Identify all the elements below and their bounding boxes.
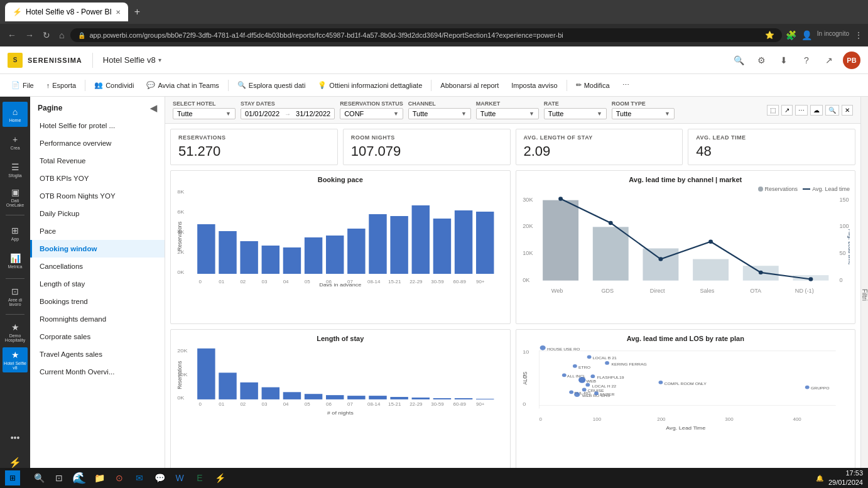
user-avatar[interactable]: PB	[843, 52, 860, 69]
file-menu[interactable]: 📄 File	[6, 79, 39, 92]
share-external-icon[interactable]: ↗	[820, 52, 838, 69]
filter-room-control[interactable]: Tutte ▼	[612, 108, 675, 119]
taskbar-edge[interactable]: 🌊	[70, 469, 88, 487]
svg-text:LOCAL B 21: LOCAL B 21	[592, 356, 617, 360]
svg-text:30-59: 30-59	[431, 279, 443, 284]
chart-toolbar-btn-3[interactable]: ⋯	[795, 105, 808, 116]
booking-pace-chart: Booking pace 8K 6K 4K 2K 0K	[170, 170, 511, 324]
kpi-avg-los: Avg. length of stay 2.09	[516, 129, 683, 165]
account-icon[interactable]: 👤	[801, 30, 812, 40]
nav-home[interactable]: ⌂ Home	[3, 102, 28, 127]
page-item-9[interactable]: Length of stay	[30, 275, 165, 293]
nav-workspace[interactable]: ⊡ Aree di lavoro	[3, 284, 28, 309]
page-item-1[interactable]: Performance overview	[30, 134, 165, 152]
page-item-4[interactable]: OTB Room Nights YOY	[30, 187, 165, 205]
chart-toolbar-btn-2[interactable]: ↗	[781, 105, 793, 116]
nav-metrics[interactable]: 📊 Metrica	[3, 248, 28, 273]
filter-market-control[interactable]: Tutte ▼	[476, 108, 539, 119]
svg-point-133	[805, 386, 809, 389]
browser-tab-close[interactable]: ✕	[116, 9, 121, 16]
insights-button[interactable]: 💡 Ottieni informazioni dettagliate	[313, 79, 427, 92]
download-icon[interactable]: ⬇	[775, 52, 793, 69]
chart-toolbar-btn-1[interactable]: ⬚	[767, 105, 779, 116]
refresh-button[interactable]: ↻	[40, 29, 53, 41]
teams-button[interactable]: 💬 Avvia chat in Teams	[141, 79, 224, 92]
taskbar-explorer[interactable]: 📁	[90, 469, 108, 487]
svg-text:0: 0	[839, 277, 842, 283]
browser-tab[interactable]: ⚡ Hotel Selfie v8 - Power BI ✕	[5, 3, 128, 21]
page-item-3[interactable]: OTB KPIs YOY	[30, 170, 165, 187]
menu-icon[interactable]: ⋮	[854, 30, 863, 40]
pages-collapse[interactable]: ◀	[150, 103, 157, 113]
new-tab-button[interactable]: +	[134, 6, 140, 18]
subscribe-button[interactable]: Abbonarsi al report	[435, 79, 504, 92]
taskbar-excel[interactable]: E	[191, 469, 209, 487]
page-item-13[interactable]: Travel Agents sales	[30, 345, 165, 363]
taskbar-notifications[interactable]: 🔔	[816, 475, 823, 482]
edit-button[interactable]: ✏ Modifica	[571, 79, 615, 92]
filter-hotel-control[interactable]: Tutte ▼	[173, 108, 236, 119]
nav-hotel[interactable]: ★ Hotel Selfie v8	[3, 347, 28, 372]
svg-text:ALOS: ALOS	[521, 371, 528, 384]
filter-channel-control[interactable]: Tutte ▼	[408, 108, 471, 119]
svg-rect-67	[219, 372, 236, 399]
more-options[interactable]: ⋯	[617, 79, 634, 92]
nav-datalake[interactable]: ▣ Dati OneLake	[3, 185, 28, 210]
taskbar-word[interactable]: W	[171, 469, 188, 487]
chart-toolbar-btn-4[interactable]: ☁	[810, 105, 823, 116]
page-item-11[interactable]: Roomnights demand	[30, 310, 165, 328]
filter-bar: Select hotel Tutte ▼ Stay dates 01/01/20…	[165, 97, 860, 124]
demo-icon: ★	[11, 322, 19, 332]
main-layout: ⌂ Home + Crea ☰ Sfoglia ▣ Dati OneLake ⊞…	[0, 97, 868, 488]
help-icon[interactable]: ?	[798, 52, 815, 69]
taskbar-powerbi[interactable]: ⚡	[211, 469, 229, 487]
file-icon: 📄	[11, 81, 20, 89]
report-title[interactable]: Hotel Selfie v8 ▾	[103, 55, 161, 65]
taskbar-teams[interactable]: 💬	[151, 469, 168, 487]
taskbar-search[interactable]: 🔍	[30, 469, 48, 487]
nav-create[interactable]: + Crea	[3, 129, 28, 155]
home-button[interactable]: ⌂	[57, 29, 67, 41]
svg-text:22-29: 22-29	[410, 401, 422, 406]
page-item-2[interactable]: Total Revenue	[30, 152, 165, 170]
forward-button[interactable]: →	[23, 29, 36, 41]
export-button[interactable]: ↑ Esporta	[41, 79, 81, 92]
extensions-icon[interactable]: 🧩	[786, 30, 796, 40]
svg-text:8K: 8K	[177, 189, 184, 195]
page-item-0[interactable]: Hotel Selfie for protel ...	[30, 117, 165, 134]
explore-button[interactable]: 🔍 Esplora questi dati	[232, 79, 311, 92]
start-button[interactable]: ⊞	[5, 470, 20, 485]
back-button[interactable]: ←	[5, 29, 19, 41]
taskbar-apps[interactable]: ⊡	[50, 469, 68, 487]
teams-icon: 💬	[146, 81, 155, 89]
page-item-10[interactable]: Bookings trend	[30, 293, 165, 310]
alert-button[interactable]: Imposta avviso	[506, 79, 562, 92]
share-button[interactable]: 👥 Condividi	[89, 79, 139, 92]
nav-more[interactable]: •••	[3, 425, 28, 450]
svg-rect-78	[455, 398, 472, 399]
filter-room-value: Tutte	[616, 110, 632, 117]
nav-sep-2	[6, 278, 24, 279]
filter-rate-control[interactable]: Tutte ▼	[544, 108, 607, 119]
address-bar[interactable]: 🔒 app.powerbi.com/groups/bb0e72f9-3dfb-4…	[70, 28, 781, 42]
filter-status-control[interactable]: CONF ▼	[340, 108, 403, 119]
chart-toolbar-btn-5[interactable]: 🔍	[825, 105, 839, 116]
taskbar-chrome[interactable]: ⊙	[111, 469, 128, 487]
settings-icon[interactable]: ⚙	[752, 52, 770, 69]
nav-apps[interactable]: ⊞ App	[3, 220, 28, 246]
page-item-6[interactable]: Pace	[30, 222, 165, 240]
taskbar-outlook[interactable]: ✉	[131, 469, 148, 487]
page-item-5[interactable]: Daily Pickup	[30, 205, 165, 222]
taskbar-right: 🔔 17:53 29/01/2024	[816, 469, 863, 488]
page-item-12[interactable]: Corporate sales	[30, 328, 165, 345]
page-item-8[interactable]: Cancellations	[30, 258, 165, 275]
nav-browse[interactable]: ☰ Sfoglia	[3, 157, 28, 182]
filter-dates-control[interactable]: 01/01/2022 → 31/12/2022	[241, 108, 335, 119]
page-item-7[interactable]: Booking window	[30, 240, 165, 258]
search-icon[interactable]: 🔍	[730, 52, 747, 69]
nav-demo[interactable]: ★ Demo Hospitality	[3, 320, 28, 345]
svg-text:Days in advance: Days in advance	[319, 282, 361, 286]
chart-toolbar-btn-6[interactable]: ✕	[842, 105, 853, 116]
page-item-14[interactable]: Current Month Overvi...	[30, 363, 165, 381]
filter-panel-right[interactable]: Filtri	[860, 97, 868, 488]
